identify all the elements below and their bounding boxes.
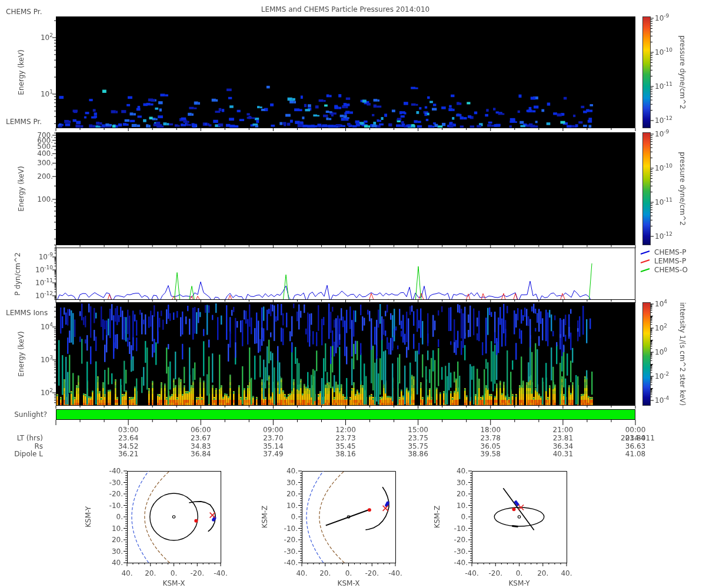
ytick-lemms-ions: 104 [41,323,53,330]
eph-value: 36.84 [191,450,211,457]
cbtick-pressure-1: 10-9 [655,15,669,22]
orbit-ytick: 40. [457,467,468,475]
orbit-ytick: -40. [284,559,298,566]
ylabel-energy: Energy (keV) [18,166,25,211]
orbit-xtick: 40. [561,570,572,577]
orbit-xlabel: KSM-X [163,580,185,587]
orbit-xtick: 20. [537,570,548,577]
eph-value: 36.21 [118,450,138,457]
orbit-ytick: 0. [461,513,468,520]
legend-item-label: CHEMS-P [654,249,687,256]
orbit-ytick: -10. [284,525,298,532]
orbit-ytick: 10. [457,502,468,509]
eph-value: 39.58 [481,450,501,457]
cbtick-pressure-1: 10-11 [655,83,672,90]
ylabel-energy: Energy (keV) [18,331,25,376]
figure-title: LEMMS and CHEMS Particle Pressures 2014:… [261,6,430,13]
orbit-ytick: 40. [287,467,298,475]
eph-value: 41.08 [625,450,645,457]
plots-canvas [0,0,706,588]
orbit-ylabel: KSM-Z [261,506,268,528]
orbit-ytick: 10. [287,502,298,509]
eph-value: 23.67 [191,435,211,442]
eph-value: 37.49 [263,450,283,457]
cblabel-pressure: pressure dyne/cm^2 [679,35,686,109]
eph-row-label: LT (hrs) [17,435,43,442]
orbit-ytick: -30. [284,548,298,555]
eph-value: 35.45 [335,443,355,450]
eph-value: 40.31 [553,450,573,457]
orbit-xtick: -20. [489,570,502,577]
ytick-lemms-pr: 300. [37,159,53,166]
ytick-chems-pr: 101 [41,91,53,98]
cbtick-pressure-1: 10-12 [655,117,672,124]
time-tick-label: 09:00 [263,426,284,433]
orbit-xtick: 20. [319,570,331,577]
eph-row-label: Rs [34,443,43,450]
orbit-ytick: 30. [112,548,123,555]
legend-item-label: CHEMS-O [654,266,688,273]
cbtick-intensity: 10-4 [655,397,669,404]
orbit-ytick: -40. [454,559,468,566]
time-tick-label: 21:00 [553,426,574,433]
orbit-xtick: -20. [365,570,379,577]
cbtick-intensity: 102 [655,325,667,332]
ytick-pdyn: 10-10 [35,266,53,273]
orbit-xtick: 20. [145,570,156,577]
ytick-lemms-pr: 200. [37,173,53,180]
figure: LEMMS and CHEMS Particle Pressures 2014:… [0,0,706,588]
orbit-ytick: -20. [109,490,123,497]
orbit-ytick: -10. [454,525,468,532]
orbit-ytick: 40. [112,559,123,566]
ylabel-energy: Energy (keV) [18,49,25,95]
orbit-ytick: 0. [116,513,123,520]
orbit-xtick: -20. [191,570,204,577]
time-tick-label: 00:00 [625,426,646,433]
cbtick-pressure-1: 10-10 [655,49,672,56]
ylabel-pdyn: P dyn/cm^2 [14,252,21,295]
eph-value: 36.63 [625,443,645,450]
cbtick-intensity: 104 [655,300,667,308]
eph-value: 23.73 [335,435,355,442]
orbit-ytick: 0. [291,513,298,520]
ytick-pdyn: 10-12 [35,292,53,299]
cbtick-pressure-2: 10-12 [655,233,672,240]
ytick-lemms-pr: 400. [37,150,53,157]
orbit-xtick: 40. [296,570,307,577]
orbit-ylabel: KSM-Z [434,506,441,528]
orbit-ytick: -20. [284,536,298,543]
orbit-ytick: 30. [287,479,298,486]
orbit-ytick: 30. [457,479,468,486]
eph-value: 23.81 [553,435,573,442]
cblabel-pressure: pressure dyne/cm^2 [679,152,686,225]
orbit-ylabel: KSM-Y [85,506,92,527]
cblabel-intensity: intensity 1/(s cm^2 ster keV) [679,302,686,406]
time-tick-label: 12:00 [335,426,356,433]
orbit-xtick: 40. [121,570,132,577]
panel-label-lemms-pr: LEMMS Pr. [6,118,42,125]
eph-value: 36.05 [481,443,501,450]
orbit-xtick: 0. [516,570,522,577]
ytick-lemms-ions: 102 [41,389,53,396]
orbit-ytick: 10. [112,525,123,532]
ytick-chems-pr: 102 [41,34,53,41]
eph-value: 38.16 [335,450,355,457]
time-tick-label: 03:00 [118,426,139,433]
cbtick-pressure-2: 10-11 [655,199,672,206]
eph-row-label: Dipole L [14,450,43,457]
orbit-xtick: -40. [388,570,402,577]
eph-value: 23.64 [118,435,138,442]
orbit-xtick: 0. [345,570,352,577]
ytick-lemms-pr: 100. [37,196,53,203]
panel-label-lemms-ions: LEMMS Ions [6,309,48,316]
ytick-lemms-ions: 103 [41,356,53,363]
eph-value: 23.70 [263,435,283,442]
cbtick-pressure-2: 10-10 [655,165,672,172]
time-tick-label: 15:00 [408,426,428,433]
ytick-pdyn: 10-11 [35,279,53,286]
eph-value: 38.86 [408,450,428,457]
orbit-ytick: -10. [109,502,123,509]
panel-label-sunlight: Sunlight? [14,411,47,418]
orbit-xtick: -40. [214,570,227,577]
cbtick-intensity: 100 [655,349,667,356]
